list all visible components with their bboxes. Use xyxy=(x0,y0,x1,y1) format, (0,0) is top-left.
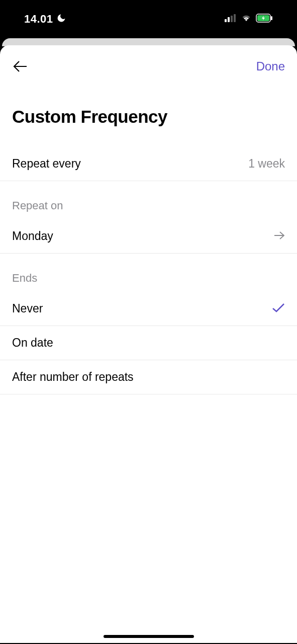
moon-icon xyxy=(56,13,66,25)
svg-rect-1 xyxy=(228,17,230,22)
page-title: Custom Frequency xyxy=(0,80,297,147)
ends-option-label: On date xyxy=(12,336,53,350)
back-button[interactable] xyxy=(12,58,28,74)
ends-option-label: Never xyxy=(12,302,43,315)
repeat-every-label: Repeat every xyxy=(12,157,81,171)
repeat-every-row[interactable]: Repeat every 1 week xyxy=(0,147,297,181)
modal-sheet: Done Custom Frequency Repeat every 1 wee… xyxy=(0,45,297,643)
ends-option-label: After number of repeats xyxy=(12,370,134,384)
ends-option-after-repeats[interactable]: After number of repeats xyxy=(0,360,297,394)
status-bar: 14.01 xyxy=(0,0,297,38)
status-time: 14.01 xyxy=(24,13,53,26)
status-left: 14.01 xyxy=(24,13,66,26)
home-indicator[interactable] xyxy=(104,635,194,638)
repeat-on-row[interactable]: Monday xyxy=(0,219,297,254)
ends-header: Ends xyxy=(0,254,297,292)
cellular-icon xyxy=(225,14,237,24)
done-button[interactable]: Done xyxy=(256,59,285,73)
check-icon xyxy=(272,303,285,315)
svg-rect-0 xyxy=(225,19,227,22)
repeat-on-header: Repeat on xyxy=(0,181,297,219)
arrow-right-icon xyxy=(274,231,285,242)
wifi-icon xyxy=(241,14,252,24)
svg-rect-3 xyxy=(234,14,236,22)
ends-option-on-date[interactable]: On date xyxy=(0,326,297,360)
svg-rect-5 xyxy=(271,16,272,20)
battery-icon xyxy=(256,14,273,25)
status-right xyxy=(225,14,273,25)
svg-rect-2 xyxy=(231,16,233,22)
arrow-left-icon xyxy=(13,60,28,73)
repeat-on-value: Monday xyxy=(12,229,53,243)
ends-option-never[interactable]: Never xyxy=(0,292,297,326)
nav-header: Done xyxy=(0,45,297,80)
repeat-every-value: 1 week xyxy=(248,157,285,171)
